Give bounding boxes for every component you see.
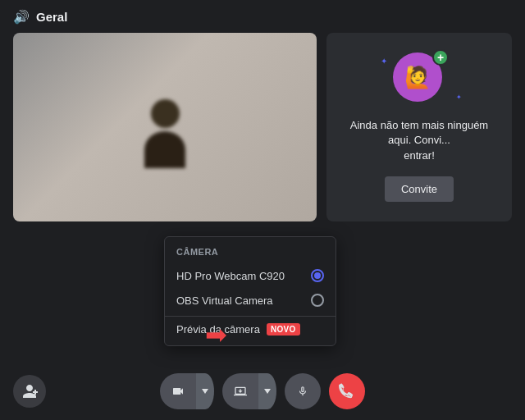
sparkle-icon-2: ✦ (456, 94, 462, 101)
toolbar (0, 363, 525, 420)
arrow-icon: ➡ (205, 320, 227, 349)
person-wave-icon: 🙋 (404, 65, 431, 90)
sparkle-icon-1: ✦ (381, 57, 387, 66)
chevron-up-icon (201, 388, 209, 395)
camera-button[interactable] (160, 373, 196, 409)
radio-inner (314, 272, 321, 279)
invite-icon-area: ✦ 🙋 + ✦ (393, 52, 445, 105)
camera-preview-row[interactable]: Prévia da câmera NOVO (165, 316, 336, 345)
video-person (136, 99, 194, 165)
chevron-up-icon-2 (263, 388, 272, 395)
channel-title: Geral (36, 10, 67, 24)
microphone-button[interactable] (285, 373, 321, 409)
camera-popup: CÂMERA HD Pro Webcam C920 OBS Virtual Ca… (164, 236, 336, 346)
camera-button-group (160, 373, 214, 409)
camera-option-2-label: OBS Virtual Camera (176, 294, 273, 307)
right-panel: ✦ 🙋 + ✦ Ainda não tem mais ninguém aqui.… (326, 33, 512, 221)
invite-button[interactable]: Convite (385, 176, 454, 202)
person-head (151, 99, 180, 128)
invite-text: Ainda não tem mais ninguém aqui. Convi..… (343, 118, 495, 163)
add-person-button[interactable] (13, 375, 46, 408)
speaker-icon: 🔊 (13, 9, 30, 25)
screen-share-button-group (222, 373, 276, 409)
arrow-indicator: ➡ (205, 319, 227, 350)
camera-popup-title: CÂMERA (165, 247, 336, 263)
toolbar-left (13, 375, 46, 408)
phone-hang-up-icon (339, 383, 355, 399)
camera-option-1[interactable]: HD Pro Webcam C920 (165, 263, 336, 288)
novo-badge: NOVO (267, 323, 300, 336)
screen-share-button[interactable] (222, 373, 258, 409)
camera-option-1-label: HD Pro Webcam C920 (176, 270, 285, 282)
invite-icon-container: 🙋 + (393, 52, 445, 105)
camera-icon (170, 385, 186, 398)
screen-share-icon (233, 385, 248, 398)
microphone-icon (297, 383, 308, 399)
radio-selected[interactable] (311, 269, 324, 282)
disconnect-button[interactable] (329, 373, 365, 409)
screen-share-arrow-button[interactable] (258, 373, 276, 409)
radio-unselected[interactable] (311, 294, 324, 307)
video-feed (13, 33, 317, 221)
camera-arrow-button[interactable] (196, 373, 214, 409)
video-panel (13, 33, 317, 221)
add-person-icon (21, 383, 38, 399)
header: 🔊 Geral (0, 0, 525, 33)
plus-badge: + (432, 49, 449, 66)
camera-option-2[interactable]: OBS Virtual Camera (165, 288, 336, 313)
toolbar-center (160, 373, 365, 409)
person-body (144, 131, 185, 168)
